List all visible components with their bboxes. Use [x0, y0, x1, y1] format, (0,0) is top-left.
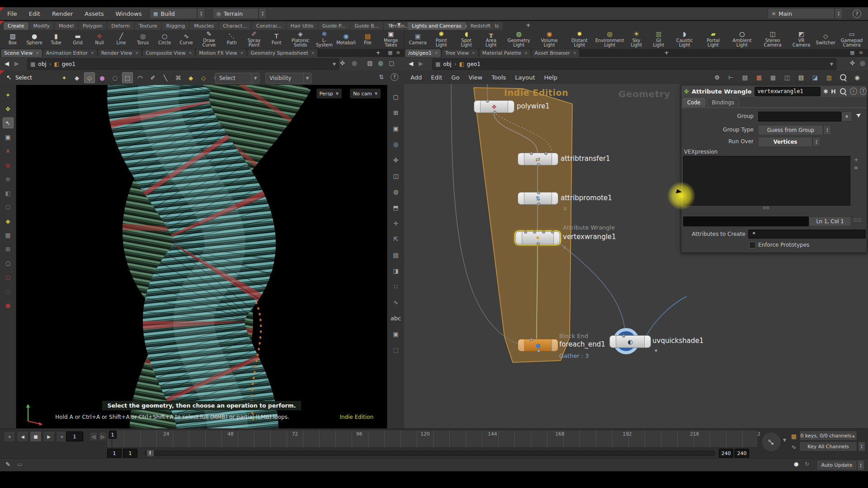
- tool-gi-light[interactable]: ▥GI Light: [648, 31, 670, 47]
- tab-close-icon[interactable]: ✕: [135, 51, 138, 55]
- pose-tool-icon[interactable]: ◆: [3, 216, 14, 226]
- display-options-icon[interactable]: ◎: [391, 139, 401, 150]
- tab-close-icon[interactable]: ✕: [435, 51, 438, 55]
- tool-sphere[interactable]: ●Sphere: [24, 33, 45, 45]
- tool-camera[interactable]: ▣Camera: [407, 33, 429, 45]
- network-path-field[interactable]: ▦ obj › ◧ geo1 ▼: [432, 58, 836, 70]
- select-type-combo[interactable]: Select ▼: [215, 73, 259, 84]
- tool-distant-light[interactable]: ✹Distant Light: [565, 31, 594, 47]
- tool-sky-light[interactable]: ☀Sky Light: [625, 31, 648, 47]
- network-tree-icon[interactable]: ⊢: [726, 72, 736, 83]
- layout-single-icon[interactable]: ▢: [391, 91, 401, 102]
- play-reverse-button[interactable]: ◀: [17, 431, 28, 442]
- auto-update-spinner[interactable]: [857, 460, 864, 470]
- template-flag-icon[interactable]: ▫: [563, 245, 566, 249]
- tool-path[interactable]: ⋱Path: [221, 33, 243, 45]
- menu-0[interactable]: File: [7, 10, 17, 17]
- tab-close-icon[interactable]: ✕: [91, 51, 94, 55]
- stop-tool-icon[interactable]: ●: [3, 160, 14, 170]
- node-input-connector[interactable]: [530, 152, 533, 155]
- node-input-connector[interactable]: [542, 230, 545, 234]
- visibility-combo[interactable]: Visibility ▼: [265, 73, 311, 84]
- select-tool-icon[interactable]: ↖: [3, 117, 14, 128]
- pin-icon[interactable]: ✜: [340, 60, 345, 66]
- shelf-tab-4[interactable]: Deform: [107, 22, 134, 30]
- gear-icon[interactable]: ✱: [823, 88, 828, 95]
- range-slider-thumb[interactable]: [146, 450, 154, 457]
- auto-key-icon[interactable]: ▩: [788, 431, 799, 441]
- node-vertexwrangle1[interactable]: ✦: [515, 231, 560, 244]
- menu-3[interactable]: Assets: [85, 10, 104, 17]
- lock-camera-icon[interactable]: ▣: [391, 123, 401, 134]
- shelf-tab-1[interactable]: Modify: [29, 22, 54, 30]
- editor-extra-icons[interactable]: ◫◫: [853, 217, 862, 222]
- node-attribtransfer1[interactable]: ⇄: [518, 153, 558, 165]
- search-icon[interactable]: [840, 88, 846, 94]
- select-loop-icon[interactable]: ◌: [109, 72, 120, 83]
- tool-stereo-camera[interactable]: ◫Stereo Camera: [757, 31, 788, 47]
- menu-2[interactable]: Render: [52, 10, 73, 17]
- tool-caustic-light[interactable]: ◗Caustic Light: [670, 31, 700, 47]
- move-tool-icon[interactable]: ⊕: [3, 174, 14, 184]
- shelf-tab-right-1[interactable]: Redshift: [467, 22, 495, 30]
- network-pin-icon[interactable]: ✜: [850, 60, 855, 66]
- timeline-ruler[interactable]: 244872961201441681922162 1: [107, 430, 758, 448]
- run-over-spinner[interactable]: [812, 137, 821, 147]
- shelf-tab-12[interactable]: Guide B...: [350, 22, 383, 30]
- shelf-tab-2[interactable]: Model: [55, 22, 78, 30]
- network-note-icon[interactable]: ▤: [796, 72, 807, 83]
- network-menu-1[interactable]: Edit: [431, 74, 442, 81]
- grid-display-icon[interactable]: ▤: [391, 249, 401, 260]
- tab-code[interactable]: Code: [682, 98, 705, 107]
- path-crumb-geo1[interactable]: geo1: [62, 61, 75, 67]
- go-start-button[interactable]: «: [4, 431, 15, 442]
- tool-point-light[interactable]: ✺Point Light: [429, 31, 454, 47]
- enforce-prototypes-checkbox[interactable]: [749, 242, 756, 249]
- info-icon[interactable]: i: [850, 88, 857, 95]
- scene-tab-0[interactable]: Scene View✕: [1, 49, 42, 57]
- shade-mode-icon[interactable]: ◍: [391, 186, 401, 197]
- vexpression-editor[interactable]: [683, 156, 850, 206]
- node-name-field[interactable]: vertexwrangle1: [755, 87, 821, 96]
- node-input-connector[interactable]: [622, 334, 625, 338]
- ring-tool-icon[interactable]: ○: [3, 258, 14, 268]
- network-forward-icon[interactable]: ▶: [419, 60, 423, 67]
- network-tab-0[interactable]: /obj/geo1✕: [405, 49, 441, 57]
- wireframe-icon[interactable]: ⬒: [391, 202, 401, 213]
- snap-grid-icon[interactable]: ▦: [3, 230, 14, 240]
- shelf-more-button[interactable]: ▼: [395, 22, 403, 27]
- node-output-connector[interactable]: [537, 349, 540, 352]
- view-tool-icon[interactable]: ✦: [3, 89, 14, 100]
- viewport-3d[interactable]: Persp ▼ No cam ▼ Select the geometry, th…: [16, 85, 387, 428]
- path-crumb-obj[interactable]: obj: [38, 61, 46, 67]
- tab-close-icon[interactable]: ✕: [472, 51, 475, 55]
- network-toolbox-icon[interactable]: ▥: [824, 72, 835, 83]
- panel-display-icon[interactable]: ▣: [391, 328, 401, 339]
- tool-merge-takes[interactable]: ▣Merge Takes: [378, 31, 403, 47]
- network-menu-4[interactable]: Tools: [491, 74, 506, 81]
- tool-circle[interactable]: ○Circle: [154, 33, 175, 45]
- key-all-spinner[interactable]: [858, 441, 865, 451]
- tool-torus[interactable]: ◎Torus: [132, 33, 154, 45]
- scene-tab-1[interactable]: Animation Editor✕: [43, 49, 97, 57]
- step-back-button[interactable]: ◁: [90, 432, 98, 441]
- scoped-channels-icon[interactable]: ∿: [788, 441, 799, 452]
- tool-grid[interactable]: ▬Grid: [67, 33, 89, 45]
- network-back-icon[interactable]: ◀: [409, 60, 413, 67]
- recook-icon[interactable]: ↻: [805, 461, 809, 467]
- pane-corner-icon[interactable]: [0, 7, 4, 11]
- scene-path-field[interactable]: ▦ obj › ◧ geo1 ▼: [27, 58, 339, 70]
- tool-volume-light[interactable]: ◉Volume Light: [534, 31, 564, 47]
- node-input-connector[interactable]: [524, 230, 527, 234]
- text-overlay-icon[interactable]: abc: [391, 313, 401, 324]
- vex-snippet-field[interactable]: [683, 216, 809, 226]
- global-start-field[interactable]: 1: [107, 449, 122, 458]
- pane-layout-icon[interactable]: ▦: [388, 50, 392, 56]
- lasso-select-icon[interactable]: ◠: [135, 72, 146, 83]
- tool-geometry-light[interactable]: ◍Geometry Light: [504, 31, 534, 47]
- expand-view-icon[interactable]: ⇱: [391, 234, 401, 244]
- shelfset-spinner[interactable]: [259, 8, 267, 19]
- node-foreach-end1[interactable]: ●: [518, 339, 558, 352]
- light-display-icon[interactable]: ◍: [378, 60, 383, 66]
- select-point-icon[interactable]: ●: [97, 72, 108, 83]
